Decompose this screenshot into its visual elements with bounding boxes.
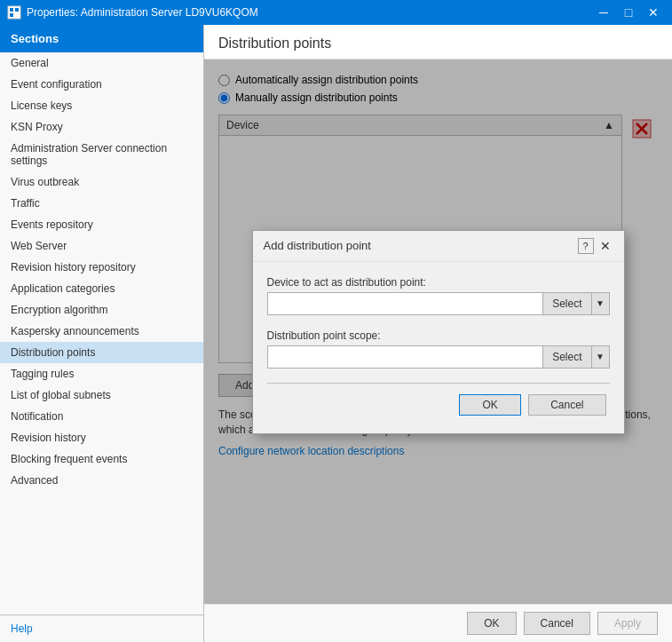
ok-button[interactable]: OK	[467, 612, 516, 635]
modal-dialog: Add distribution point ? ✕ Device to act…	[252, 230, 625, 434]
sidebar-item-virus-outbreak[interactable]: Virus outbreak	[0, 171, 203, 193]
svg-rect-2	[15, 8, 19, 12]
modal-body: Device to act as distribution point: Sel…	[253, 262, 624, 433]
modal-help-button[interactable]: ?	[578, 238, 594, 254]
modal-title: Add distribution point	[264, 239, 371, 252]
help-link[interactable]: Help	[11, 622, 33, 635]
page-title: Distribution points	[218, 36, 658, 52]
sidebar-item-encryption-algorithm[interactable]: Encryption algorithm	[0, 299, 203, 321]
close-button[interactable]: ✕	[642, 4, 665, 21]
scope-label: Distribution point scope:	[267, 329, 610, 342]
scope-select-arrow-icon: ▼	[591, 346, 609, 368]
sidebar-item-revision-history[interactable]: Revision history	[0, 427, 203, 448]
device-select-label: Select	[543, 293, 590, 314]
sidebar-item-application-categories[interactable]: Application categories	[0, 278, 203, 299]
sidebar-item-distribution-points[interactable]: Distribution points	[0, 342, 203, 363]
device-input[interactable]	[267, 292, 543, 315]
scope-input-row: Select ▼	[267, 345, 610, 369]
scope-field: Distribution point scope: Select ▼	[267, 329, 610, 369]
sidebar: Sections General Event configuration Lic…	[0, 25, 204, 642]
device-select-button[interactable]: Select ▼	[542, 292, 609, 315]
sidebar-header: Sections	[0, 25, 203, 52]
modal-separator	[267, 383, 610, 384]
svg-rect-3	[10, 13, 13, 17]
sidebar-item-tagging-rules[interactable]: Tagging rules	[0, 363, 203, 384]
window-controls: ─ □ ✕	[592, 4, 665, 21]
content-area: Distribution points Automatically assign…	[204, 25, 672, 642]
cancel-button[interactable]: Cancel	[524, 612, 590, 635]
sidebar-item-license-keys[interactable]: License keys	[0, 95, 203, 116]
device-field: Device to act as distribution point: Sel…	[267, 276, 610, 315]
sidebar-item-blocking-frequent-events[interactable]: Blocking frequent events	[0, 448, 203, 470]
minimize-button[interactable]: ─	[592, 4, 615, 21]
sidebar-item-events-repository[interactable]: Events repository	[0, 214, 203, 235]
maximize-button[interactable]: □	[617, 4, 640, 21]
sidebar-item-advanced[interactable]: Advanced	[0, 470, 203, 491]
sidebar-item-event-configuration[interactable]: Event configuration	[0, 74, 203, 95]
sidebar-item-web-server[interactable]: Web Server	[0, 235, 203, 257]
sidebar-item-notification[interactable]: Notification	[0, 406, 203, 427]
modal-footer: OK Cancel	[267, 394, 610, 419]
modal-overlay: Add distribution point ? ✕ Device to act…	[204, 59, 672, 604]
sidebar-item-traffic[interactable]: Traffic	[0, 193, 203, 214]
modal-ok-button[interactable]: OK	[459, 394, 521, 416]
sidebar-item-kaspersky-announcements[interactable]: Kaspersky announcements	[0, 321, 203, 342]
scope-select-label: Select	[543, 346, 590, 368]
scope-select-button[interactable]: Select ▼	[542, 345, 609, 369]
app-icon	[7, 5, 21, 20]
sidebar-item-admin-server-connection[interactable]: Administration Server connection setting…	[0, 138, 203, 171]
modal-controls: ? ✕	[578, 238, 613, 254]
svg-rect-1	[10, 8, 13, 12]
window-title: Properties: Administration Server LD9VU6…	[27, 6, 592, 19]
main-container: Sections General Event configuration Lic…	[0, 25, 672, 642]
bottom-bar: OK Cancel Apply	[204, 604, 672, 642]
modal-title-bar: Add distribution point ? ✕	[253, 231, 624, 262]
sidebar-footer: Help	[0, 614, 203, 642]
device-label: Device to act as distribution point:	[267, 276, 610, 289]
content-body: Automatically assign distribution points…	[204, 59, 672, 604]
device-select-arrow-icon: ▼	[591, 293, 609, 314]
title-bar: Properties: Administration Server LD9VU6…	[0, 0, 672, 25]
sidebar-item-ksn-proxy[interactable]: KSN Proxy	[0, 116, 203, 138]
sidebar-item-global-subnets[interactable]: List of global subnets	[0, 384, 203, 406]
modal-close-button[interactable]: ✕	[597, 238, 613, 254]
sidebar-items: General Event configuration License keys…	[0, 52, 203, 614]
modal-cancel-button[interactable]: Cancel	[528, 394, 605, 416]
sidebar-item-revision-history-repository[interactable]: Revision history repository	[0, 257, 203, 278]
scope-input[interactable]	[267, 345, 543, 369]
apply-button[interactable]: Apply	[597, 612, 658, 635]
device-input-row: Select ▼	[267, 292, 610, 315]
content-header: Distribution points	[204, 25, 672, 59]
sidebar-item-general[interactable]: General	[0, 52, 203, 74]
